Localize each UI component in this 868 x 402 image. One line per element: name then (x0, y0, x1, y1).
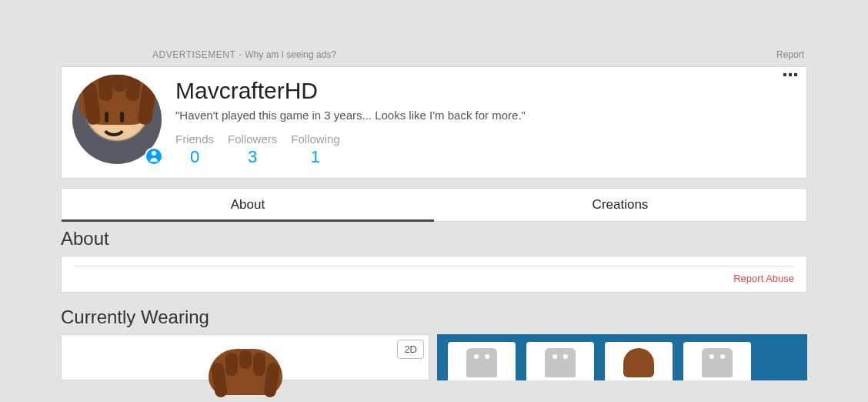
followers-stat[interactable]: Followers 3 (228, 132, 277, 167)
about-section-title: About (61, 228, 807, 250)
following-count: 1 (291, 147, 339, 167)
avatar-preview (209, 349, 282, 395)
view-toggle-2d[interactable]: 2D (397, 340, 424, 359)
wearing-items-panel (437, 334, 807, 380)
wearing-item[interactable] (448, 342, 516, 380)
friend-badge-icon[interactable] (145, 147, 163, 166)
user-status: "Haven't played this game in 3 years... … (175, 109, 796, 122)
wearing-item[interactable] (605, 342, 673, 380)
tab-about[interactable]: About (62, 189, 434, 221)
following-stat[interactable]: Following 1 (291, 132, 339, 167)
avatar-preview-panel: 2D (61, 334, 429, 380)
ad-header: ADVERTISEMENT - Why am I seeing ads? Rep… (61, 48, 807, 66)
friends-stat[interactable]: Friends 0 (175, 132, 214, 167)
ad-report-link[interactable]: Report (776, 49, 804, 60)
divider (74, 266, 794, 266)
wearing-item[interactable] (526, 342, 594, 380)
profile-tabs: About Creations (61, 188, 807, 222)
ad-label: ADVERTISEMENT (152, 49, 235, 60)
report-abuse-link[interactable]: Report Abuse (74, 273, 794, 284)
friends-count: 0 (175, 147, 214, 167)
username: MavcrafterHD (175, 78, 796, 104)
more-menu-button[interactable] (783, 73, 797, 76)
friends-label: Friends (175, 132, 214, 146)
following-label: Following (291, 132, 339, 146)
tab-creations[interactable]: Creations (434, 189, 806, 221)
followers-label: Followers (228, 132, 277, 146)
wearing-section-title: Currently Wearing (61, 307, 807, 328)
profile-header-card: MavcrafterHD "Haven't played this game i… (61, 66, 807, 179)
about-card: Report Abuse (61, 256, 807, 293)
why-ads-link[interactable]: Why am I seeing ads? (245, 49, 336, 60)
avatar[interactable] (72, 75, 162, 164)
wearing-item[interactable] (683, 342, 751, 380)
followers-count: 3 (228, 147, 277, 167)
